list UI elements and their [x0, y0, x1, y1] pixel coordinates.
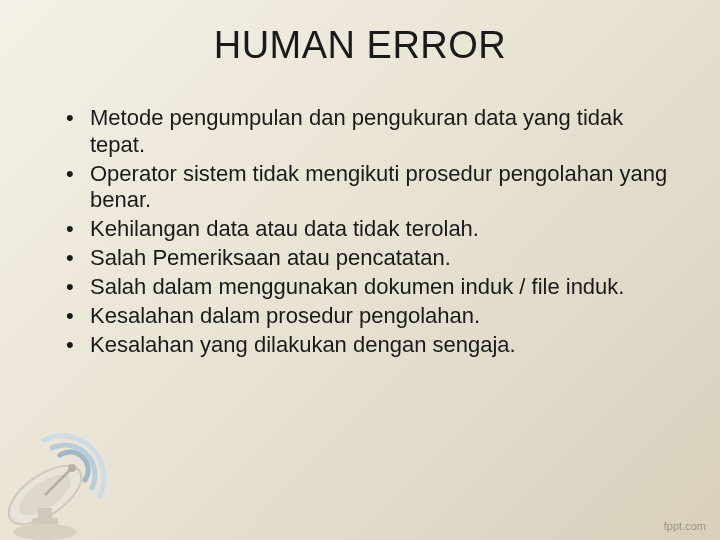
list-item: Operator sistem tidak mengikuti prosedur… — [66, 161, 672, 215]
bullet-list: Metode pengumpulan dan pengukuran data y… — [48, 105, 672, 358]
svg-line-2 — [45, 468, 72, 495]
svg-point-1 — [13, 467, 77, 523]
list-item: Kesalahan yang dilakukan dengan sengaja. — [66, 332, 672, 359]
svg-rect-5 — [38, 508, 52, 522]
list-item: Kehilangan data atau data tidak terolah. — [66, 216, 672, 243]
svg-point-6 — [13, 524, 77, 540]
svg-rect-4 — [32, 518, 58, 528]
satellite-dish-icon — [0, 400, 140, 540]
list-item: Metode pengumpulan dan pengukuran data y… — [66, 105, 672, 159]
svg-point-3 — [68, 464, 76, 472]
list-item: Kesalahan dalam prosedur pengolahan. — [66, 303, 672, 330]
list-item: Salah dalam menggunakan dokumen induk / … — [66, 274, 672, 301]
slide-title: HUMAN ERROR — [48, 24, 672, 67]
footer-brand: fppt.com — [664, 520, 706, 532]
list-item: Salah Pemeriksaan atau pencatatan. — [66, 245, 672, 272]
slide: HUMAN ERROR Metode pengumpulan dan pengu… — [0, 0, 720, 540]
svg-point-0 — [0, 455, 91, 536]
